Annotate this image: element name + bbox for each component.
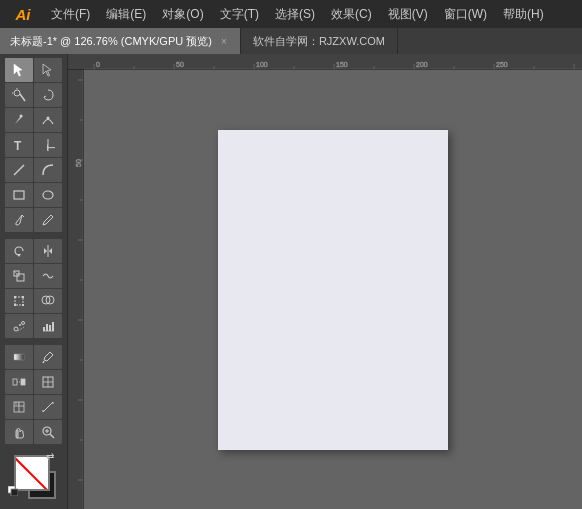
svg-text:0: 0: [96, 61, 100, 68]
svg-rect-30: [43, 327, 45, 331]
svg-text:150: 150: [336, 61, 348, 68]
magic-wand-tool[interactable]: [5, 83, 33, 107]
color-boxes: ⇄: [8, 451, 60, 503]
warp-tool[interactable]: [34, 264, 62, 288]
svg-point-3: [14, 90, 20, 96]
secondary-tab[interactable]: 软件自学网：RJZXW.COM: [241, 28, 398, 54]
svg-marker-1: [43, 64, 51, 76]
svg-rect-56: [11, 489, 18, 496]
measure-tool[interactable]: [34, 395, 62, 419]
svg-line-2: [20, 94, 25, 101]
tool-row-3: [0, 108, 67, 132]
tool-row-12: [0, 345, 67, 369]
svg-line-36: [43, 361, 44, 363]
svg-rect-20: [15, 297, 23, 305]
menu-view[interactable]: 视图(V): [381, 3, 435, 26]
scale-tool[interactable]: [5, 264, 33, 288]
tool-row-1: [0, 58, 67, 82]
svg-rect-23: [14, 304, 16, 306]
svg-text:200: 200: [416, 61, 428, 68]
tab-label: 未标题-1* @ 126.76% (CMYK/GPU 预览): [10, 34, 212, 49]
paintbrush-tool[interactable]: [5, 208, 33, 232]
eyedropper-tool[interactable]: [34, 345, 62, 369]
gradient-tool[interactable]: [5, 345, 33, 369]
reset-colors-icon[interactable]: [8, 485, 18, 495]
ellipse-tool[interactable]: [34, 183, 62, 207]
menu-object[interactable]: 对象(O): [155, 3, 210, 26]
rectangle-tool[interactable]: [5, 183, 33, 207]
svg-text:T: T: [45, 144, 55, 151]
tab-bar: 未标题-1* @ 126.76% (CMYK/GPU 预览) × 软件自学网：R…: [0, 28, 582, 54]
pen-tool[interactable]: [5, 108, 33, 132]
swap-colors-icon[interactable]: ⇄: [46, 451, 60, 465]
tool-row-14: 01: [0, 395, 67, 419]
mesh-tool[interactable]: [34, 370, 62, 394]
svg-text:T: T: [14, 139, 22, 152]
rotate-tool[interactable]: [5, 239, 33, 263]
svg-line-52: [50, 434, 54, 438]
menu-file[interactable]: 文件(F): [44, 3, 97, 26]
tool-row-5: [0, 158, 67, 182]
tool-row-6: [0, 183, 67, 207]
tool-row-2: [0, 83, 67, 107]
symbol-sprayer-tool[interactable]: [5, 314, 33, 338]
free-transform-tool[interactable]: [5, 289, 33, 313]
main-area: T T: [0, 54, 582, 509]
svg-rect-32: [49, 325, 51, 331]
svg-rect-31: [46, 324, 48, 331]
zoom-tool[interactable]: [34, 420, 62, 444]
line-tool[interactable]: [5, 158, 33, 182]
column-graph-tool[interactable]: [34, 314, 62, 338]
selection-tool[interactable]: [5, 58, 33, 82]
svg-point-29: [22, 322, 25, 325]
svg-point-7: [47, 117, 50, 120]
menu-text[interactable]: 文字(T): [213, 3, 266, 26]
svg-rect-22: [22, 296, 24, 298]
type-tool[interactable]: T: [5, 133, 33, 157]
svg-marker-0: [14, 64, 22, 76]
tool-row-15: [0, 420, 67, 444]
arc-tool[interactable]: [34, 158, 62, 182]
menu-bar: 文件(F) 编辑(E) 对象(O) 文字(T) 选择(S) 效果(C) 视图(V…: [44, 3, 574, 26]
ruler-vertical: 50: [68, 70, 84, 509]
svg-line-11: [14, 165, 24, 175]
svg-rect-24: [22, 304, 24, 306]
svg-rect-12: [14, 191, 24, 199]
svg-text:01: 01: [15, 401, 20, 406]
tool-row-9: [0, 264, 67, 288]
svg-rect-37: [13, 379, 17, 385]
svg-text:50: 50: [176, 61, 184, 68]
menu-select[interactable]: 选择(S): [268, 3, 322, 26]
svg-point-27: [14, 327, 18, 331]
artboard: [218, 130, 448, 450]
title-bar: Ai 文件(F) 编辑(E) 对象(O) 文字(T) 选择(S) 效果(C) 视…: [0, 0, 582, 28]
ai-logo: Ai: [8, 1, 38, 27]
svg-text:100: 100: [256, 61, 268, 68]
reflect-tool[interactable]: [34, 239, 62, 263]
shape-builder-tool[interactable]: [34, 289, 62, 313]
blend-tool[interactable]: [5, 370, 33, 394]
menu-window[interactable]: 窗口(W): [437, 3, 494, 26]
lasso-tool[interactable]: [34, 83, 62, 107]
hand-tool[interactable]: [5, 420, 33, 444]
slice-tool[interactable]: 01: [5, 395, 33, 419]
active-tab[interactable]: 未标题-1* @ 126.76% (CMYK/GPU 预览) ×: [0, 28, 241, 54]
menu-edit[interactable]: 编辑(E): [99, 3, 153, 26]
curvature-tool[interactable]: [34, 108, 62, 132]
menu-effect[interactable]: 效果(C): [324, 3, 379, 26]
fill-color-swatch[interactable]: [14, 455, 50, 491]
tab-close-button[interactable]: ×: [218, 35, 230, 47]
menu-help[interactable]: 帮助(H): [496, 3, 551, 26]
svg-rect-21: [14, 296, 16, 298]
tool-row-11: [0, 314, 67, 338]
svg-rect-38: [21, 379, 25, 385]
svg-line-47: [43, 402, 53, 412]
tool-row-8: [0, 239, 67, 263]
direct-selection-tool[interactable]: [34, 58, 62, 82]
pencil-tool[interactable]: [34, 208, 62, 232]
vertical-type-tool[interactable]: T: [34, 133, 62, 157]
tool-row-10: [0, 289, 67, 313]
svg-marker-15: [17, 254, 21, 257]
svg-line-14: [22, 215, 24, 217]
svg-rect-33: [52, 322, 54, 331]
